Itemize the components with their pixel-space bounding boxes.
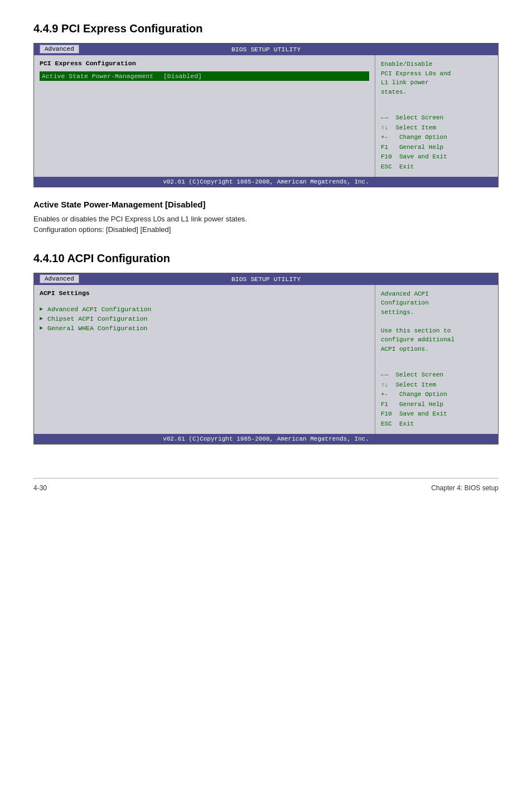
bios-submenu-label-1: Advanced ACPI Configuration	[47, 306, 151, 313]
section-title-1: 4.4.9 PCI Express Configuration	[33, 22, 499, 35]
bios-right-help-2: Advanced ACPI Configuration settings. Us…	[381, 289, 492, 354]
bios-right-2: Advanced ACPI Configuration settings. Us…	[375, 285, 498, 434]
bios-header-title-2: BIOS SETUP UTILITY	[231, 276, 301, 283]
triangle-arrow-icon-1: ►	[40, 306, 43, 312]
advanced-tab-2[interactable]: Advanced	[40, 274, 79, 283]
bios-right-help-1: Enable/Disable PCI Express L0s and L1 li…	[381, 60, 492, 96]
bios-screen-1: Advanced BIOS SETUP UTILITY PCI Express …	[33, 43, 499, 187]
subsection-title-1: Active State Power-Management [Disabled]	[33, 200, 499, 209]
bios-item-value-aspm: [Disabled]	[156, 73, 202, 80]
subsection-body-1: Enables or disables the PCI Express L0s …	[33, 214, 499, 235]
page-number: 4-30	[33, 484, 47, 492]
bios-header-title-1: BIOS SETUP UTILITY	[231, 46, 301, 53]
bios-screen-2: Advanced BIOS SETUP UTILITY ACPI Setting…	[33, 273, 499, 445]
bios-item-label-aspm: Active State Power-Management	[42, 73, 153, 80]
bios-submenu-item-1[interactable]: ► Advanced ACPI Configuration	[40, 305, 369, 314]
bios-body-1: PCI Express Configuration Active State P…	[34, 55, 498, 177]
bios-submenu-item-2[interactable]: ► Chipset ACPI Configuration	[40, 314, 369, 323]
bios-footer-2: v02.61 (C)Copyright 1985-2008, American …	[34, 434, 498, 444]
bios-right-keys-1: ←→ Select Screen ↑↓ Select Item +- Chang…	[381, 113, 492, 172]
bios-section-label-1: PCI Express Configuration	[40, 60, 369, 67]
bios-body-2: ACPI Settings ► Advanced ACPI Configurat…	[34, 285, 498, 434]
bios-submenu-label-3: General WHEA Configuration	[47, 325, 147, 332]
bios-left-2: ACPI Settings ► Advanced ACPI Configurat…	[34, 285, 375, 434]
triangle-arrow-icon-3: ►	[40, 325, 43, 331]
bios-submenu-label-2: Chipset ACPI Configuration	[47, 315, 147, 322]
bios-section-label-2: ACPI Settings	[40, 289, 369, 297]
bios-submenu-item-3[interactable]: ► General WHEA Configuration	[40, 323, 369, 333]
advanced-tab-1[interactable]: Advanced	[40, 45, 79, 54]
chapter-label: Chapter 4: BIOS setup	[431, 484, 499, 492]
bios-footer-1: v02.61 (C)Copyright 1985-2008, American …	[34, 177, 498, 187]
bios-right-keys-2: ←→ Select Screen ↑↓ Select Item +- Chang…	[381, 370, 492, 429]
section-title-2: 4.4.10 ACPI Configuration	[33, 252, 499, 265]
bios-left-1: PCI Express Configuration Active State P…	[34, 55, 375, 177]
triangle-arrow-icon-2: ►	[40, 316, 43, 322]
bios-header-2: Advanced BIOS SETUP UTILITY	[34, 273, 498, 285]
bios-header-1: Advanced BIOS SETUP UTILITY	[34, 44, 498, 55]
bios-item-aspm[interactable]: Active State Power-Management [Disabled]	[40, 71, 369, 81]
page-footer: 4-30 Chapter 4: BIOS setup	[33, 478, 499, 492]
bios-right-1: Enable/Disable PCI Express L0s and L1 li…	[375, 55, 498, 177]
